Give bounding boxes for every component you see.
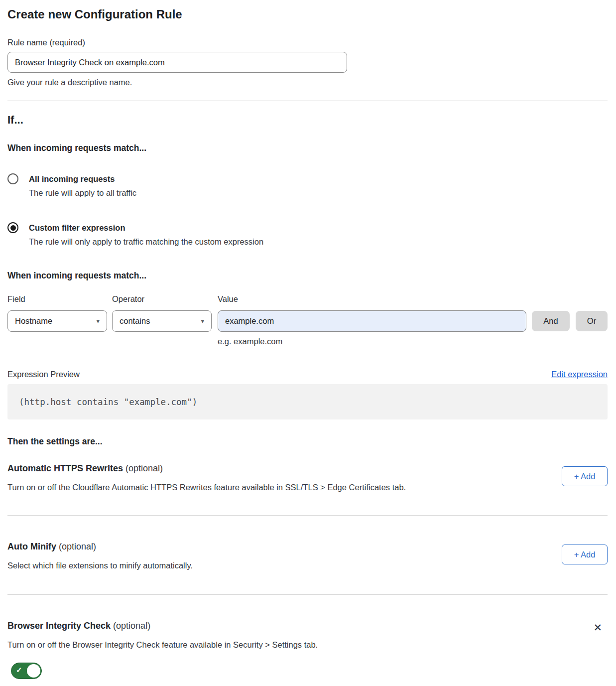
radio-label[interactable]: Custom filter expression: [29, 222, 263, 234]
field-select[interactable]: Hostname ▾: [7, 310, 107, 332]
section-divider: [7, 101, 608, 101]
if-heading: If...: [7, 113, 608, 127]
value-hint: e.g. example.com: [218, 336, 608, 347]
browser-integrity-check-toggle[interactable]: ✓: [11, 663, 42, 679]
field-label: Field: [7, 293, 112, 304]
setting-description: Select which file extensions to minify a…: [7, 559, 193, 571]
and-button[interactable]: And: [532, 311, 570, 331]
chevron-down-icon: ▾: [201, 317, 204, 325]
radio-option-custom-filter[interactable]: Custom filter expression The rule will o…: [7, 222, 608, 248]
setting-title-text: Automatic HTTPS Rewrites: [7, 463, 123, 473]
rule-name-input[interactable]: [7, 52, 347, 73]
operator-select-value: contains: [120, 316, 150, 326]
setting-description: Turn on or off the Browser Integrity Che…: [7, 639, 318, 651]
radio-description: The rule will apply to all traffic: [29, 187, 136, 199]
or-button[interactable]: Or: [576, 311, 608, 331]
setting-divider: [7, 515, 608, 516]
checkmark-icon: ✓: [16, 666, 22, 675]
radio-label[interactable]: All incoming requests: [29, 173, 136, 185]
setting-title: Auto Minify (optional): [7, 541, 193, 552]
operator-select[interactable]: contains ▾: [112, 310, 212, 332]
edit-expression-link[interactable]: Edit expression: [551, 369, 608, 380]
toggle-knob: [27, 664, 40, 678]
add-automatic-https-rewrites-button[interactable]: + Add: [562, 466, 608, 486]
value-label: Value: [218, 293, 238, 304]
builder-heading: When incoming requests match...: [7, 270, 608, 281]
value-input[interactable]: [218, 310, 526, 332]
setting-automatic-https-rewrites: Automatic HTTPS Rewrites (optional) Turn…: [7, 462, 608, 493]
setting-auto-minify: Auto Minify (optional) Select which file…: [7, 541, 608, 571]
page-title: Create new Configuration Rule: [7, 7, 608, 22]
close-icon[interactable]: ✕: [593, 622, 602, 634]
setting-title: Automatic HTTPS Rewrites (optional): [7, 462, 406, 474]
expression-preview-label: Expression Preview: [7, 369, 80, 380]
chevron-down-icon: ▾: [96, 317, 100, 325]
operator-label: Operator: [112, 293, 218, 304]
radio-icon[interactable]: [7, 222, 18, 233]
when-match-heading: When incoming requests match...: [7, 142, 608, 154]
setting-description: Turn on or off the Cloudflare Automatic …: [7, 481, 406, 493]
setting-title-text: Browser Integrity Check: [7, 621, 111, 631]
setting-title: Browser Integrity Check (optional): [7, 620, 318, 632]
setting-optional-text: (optional): [59, 542, 96, 551]
setting-optional-text: (optional): [125, 463, 163, 473]
rule-name-label: Rule name (required): [7, 37, 608, 48]
setting-divider: [7, 594, 608, 595]
radio-option-all-requests[interactable]: All incoming requests The rule will appl…: [7, 173, 608, 199]
setting-optional-text: (optional): [113, 621, 150, 631]
radio-icon[interactable]: [7, 173, 18, 184]
expression-code-text: (http.host contains "example.com"): [19, 397, 197, 407]
expression-preview-code: (http.host contains "example.com"): [7, 384, 608, 419]
settings-heading: Then the settings are...: [7, 435, 608, 447]
radio-description: The rule will only apply to traffic matc…: [29, 236, 263, 248]
field-select-value: Hostname: [15, 316, 52, 326]
rule-name-help: Give your rule a descriptive name.: [7, 77, 608, 88]
setting-title-text: Auto Minify: [7, 542, 56, 551]
setting-browser-integrity-check: Browser Integrity Check (optional) Turn …: [7, 620, 608, 651]
add-auto-minify-button[interactable]: + Add: [562, 545, 608, 564]
